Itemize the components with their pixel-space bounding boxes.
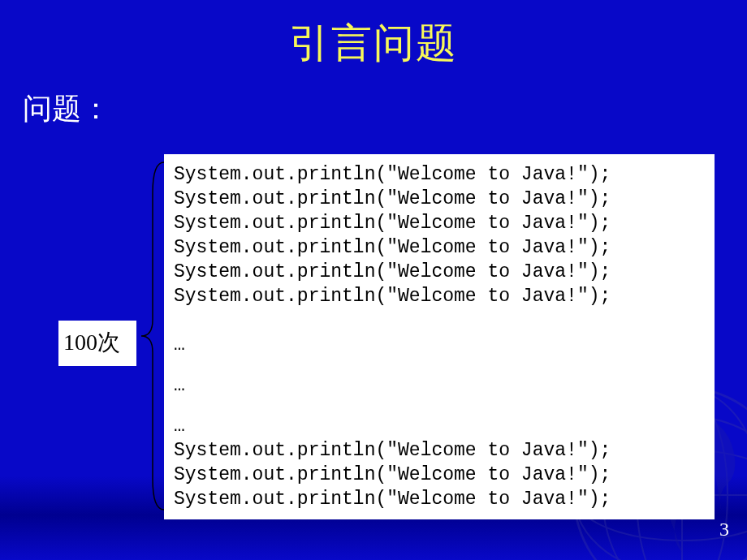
code-line: System.out.println("Welcome to Java!"); <box>174 463 705 487</box>
code-line: System.out.println("Welcome to Java!"); <box>174 260 705 284</box>
code-ellipsis: … <box>174 333 705 357</box>
section-label: 问题： <box>23 89 110 129</box>
slide-title: 引言问题 <box>0 0 747 71</box>
code-line: System.out.println("Welcome to Java!"); <box>174 284 705 308</box>
page-number: 3 <box>719 519 729 541</box>
code-ellipsis: … <box>174 373 705 398</box>
code-line: System.out.println("Welcome to Java!"); <box>174 487 705 511</box>
code-line: System.out.println("Welcome to Java!"); <box>174 235 705 260</box>
code-line: System.out.println("Welcome to Java!"); <box>174 187 705 211</box>
code-block: System.out.println("Welcome to Java!"); … <box>164 154 715 519</box>
code-line: System.out.println("Welcome to Java!"); <box>174 438 705 463</box>
brace-icon <box>138 161 167 511</box>
code-line: System.out.println("Welcome to Java!"); <box>174 162 705 187</box>
count-label: 100次 <box>58 321 136 366</box>
code-ellipsis: … <box>174 414 705 438</box>
code-line: System.out.println("Welcome to Java!"); <box>174 211 705 235</box>
